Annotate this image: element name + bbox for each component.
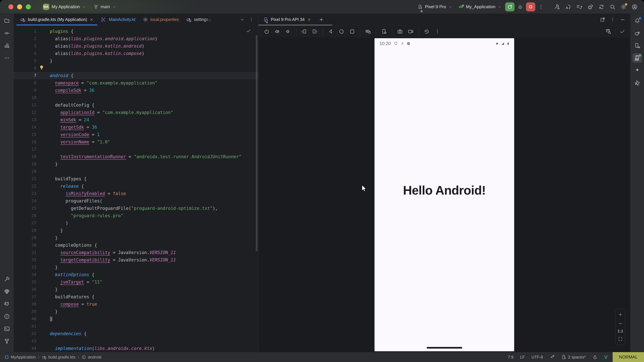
line-number[interactable]: 7 xyxy=(14,72,36,79)
code-line[interactable]: } xyxy=(50,315,258,323)
line-number[interactable]: 20 xyxy=(14,168,36,175)
code-line[interactable]: buildFeatures { xyxy=(50,293,258,301)
logcat-button[interactable] xyxy=(2,299,12,309)
shapes-button[interactable] xyxy=(2,41,12,50)
line-separator[interactable]: LF xyxy=(517,352,528,362)
line-number[interactable]: 8 xyxy=(14,79,36,87)
line-number[interactable]: 38 xyxy=(14,301,36,308)
apply-restart-button[interactable]: A xyxy=(564,2,573,11)
line-number[interactable]: 15 xyxy=(14,131,36,138)
editor-tab[interactable]: MainActivity.kt xyxy=(98,14,139,25)
line-number[interactable]: 5 xyxy=(14,57,36,64)
branch-button[interactable] xyxy=(2,337,12,346)
zoom-out-button[interactable] xyxy=(617,320,624,327)
line-number[interactable]: 24 xyxy=(14,197,36,205)
line-number[interactable]: 12 xyxy=(14,109,36,116)
open-in-new-window-button[interactable] xyxy=(598,15,607,24)
folder-button[interactable] xyxy=(2,16,12,25)
problems-button[interactable] xyxy=(2,312,12,321)
breadcrumb-item[interactable]: android xyxy=(82,355,101,360)
code-line[interactable]: sourceCompatibility = JavaVersion.VERSIO… xyxy=(50,249,258,256)
nav-home-button[interactable] xyxy=(337,27,346,36)
file-encoding[interactable]: UTF-8 xyxy=(528,352,546,362)
close-tab-icon[interactable] xyxy=(90,17,94,22)
line-number[interactable]: 28 xyxy=(14,227,36,234)
plane-button[interactable] xyxy=(632,78,642,87)
screen-record-button[interactable] xyxy=(406,27,415,36)
close-window-button[interactable] xyxy=(8,4,14,9)
panel-options-button[interactable] xyxy=(608,15,617,24)
hide-panel-button[interactable] xyxy=(618,15,627,24)
line-number[interactable]: 44 xyxy=(14,345,36,352)
volume-up-button[interactable] xyxy=(273,27,282,36)
device-screen[interactable]: 10:20 A Hello Android! xyxy=(374,38,514,351)
code-line[interactable]: dependencies { xyxy=(50,330,258,337)
zoom-in-button[interactable] xyxy=(617,311,624,318)
stop-button[interactable] xyxy=(526,2,535,11)
code-line[interactable]: } xyxy=(50,264,258,271)
nav-back-button[interactable] xyxy=(326,27,335,36)
rotate-right-button[interactable] xyxy=(310,27,319,36)
code-line[interactable]: alias(libs.plugins.kotlin.android) xyxy=(50,42,258,50)
line-number[interactable]: 34 xyxy=(14,271,36,278)
code-line[interactable]: } xyxy=(50,286,258,293)
debug-button[interactable] xyxy=(516,2,524,11)
file-lock-status[interactable] xyxy=(589,352,601,362)
power-button[interactable] xyxy=(262,27,271,36)
code-line[interactable]: implementation(libs.androidx.core.ktx) xyxy=(50,345,258,352)
code-editor[interactable]: 1234567891011121314151617181920212223242… xyxy=(14,25,258,352)
line-number[interactable]: 25 xyxy=(14,205,36,212)
line-number[interactable]: 21 xyxy=(14,175,36,183)
caret-position[interactable]: 7:9 xyxy=(504,352,517,362)
device-selector[interactable]: Pixel 9 Pro xyxy=(415,2,454,11)
code-line[interactable]: getDefaultProguardFile("proguard-android… xyxy=(50,205,258,212)
hidden-tabs-button[interactable] xyxy=(238,15,246,24)
hammer-button[interactable] xyxy=(2,275,12,284)
code-line[interactable] xyxy=(50,323,258,330)
code-line[interactable]: targetSdk = 36 xyxy=(50,123,258,131)
close-device-tab-icon[interactable] xyxy=(307,17,312,22)
line-number[interactable]: 37 xyxy=(14,293,36,301)
code-line[interactable]: applicationId = "com.example.myapplicati… xyxy=(50,109,258,116)
device-settings-button[interactable] xyxy=(380,27,388,36)
editor-tab[interactable]: settings.g xyxy=(182,14,216,25)
line-number[interactable]: 30 xyxy=(14,242,36,249)
zoom-reset-button[interactable]: 1:1 xyxy=(618,329,623,334)
code-line[interactable]: compileSdk = 36 xyxy=(50,87,258,94)
code-line[interactable]: } xyxy=(50,308,258,315)
rotate-left-button[interactable] xyxy=(300,27,308,36)
nav-overview-button[interactable] xyxy=(348,27,357,36)
vim-plugin[interactable]: V xyxy=(601,352,611,362)
screenshot-button[interactable] xyxy=(396,27,404,36)
line-number[interactable]: 6 xyxy=(14,64,36,72)
profile-button[interactable] xyxy=(630,2,639,11)
code-line[interactable]: } xyxy=(50,57,258,64)
line-number[interactable]: 1 xyxy=(14,28,36,35)
line-number[interactable]: 26 xyxy=(14,212,36,219)
tab-options-button[interactable] xyxy=(247,15,255,24)
line-number[interactable]: 17 xyxy=(14,146,36,153)
line-number[interactable]: 9 xyxy=(14,87,36,94)
line-number[interactable]: 36 xyxy=(14,286,36,293)
code-line[interactable]: "proguard-rules.pro" xyxy=(50,212,258,219)
bell-button[interactable] xyxy=(632,16,642,25)
code-line[interactable]: versionCode = 1 xyxy=(50,131,258,138)
code-line[interactable]: compileOptions { xyxy=(50,242,258,249)
editor-tab[interactable]: local.properties xyxy=(139,14,183,25)
code-line[interactable]: isMinifyEnabled = false xyxy=(50,190,258,197)
vim-mode-badge[interactable]: NORMAL xyxy=(613,352,644,362)
more-button[interactable] xyxy=(2,53,12,63)
editor-tab[interactable]: build.gradle.kts (My Application) xyxy=(16,14,98,25)
running-devices-button[interactable] xyxy=(632,53,642,63)
ui-inspect-button[interactable] xyxy=(604,27,613,36)
code-line[interactable] xyxy=(50,146,258,153)
line-number[interactable]: 35 xyxy=(14,278,36,286)
code-line[interactable]: ) xyxy=(50,219,258,227)
code-line[interactable]: } xyxy=(50,160,258,168)
gem-button[interactable] xyxy=(2,287,12,296)
fullscreen-window-button[interactable] xyxy=(26,4,31,9)
code-line[interactable]: } xyxy=(50,234,258,242)
code-line[interactable]: alias(libs.plugins.kotlin.compose) xyxy=(50,50,258,57)
code-line[interactable]: release { xyxy=(50,183,258,190)
settings-button[interactable] xyxy=(619,2,628,11)
